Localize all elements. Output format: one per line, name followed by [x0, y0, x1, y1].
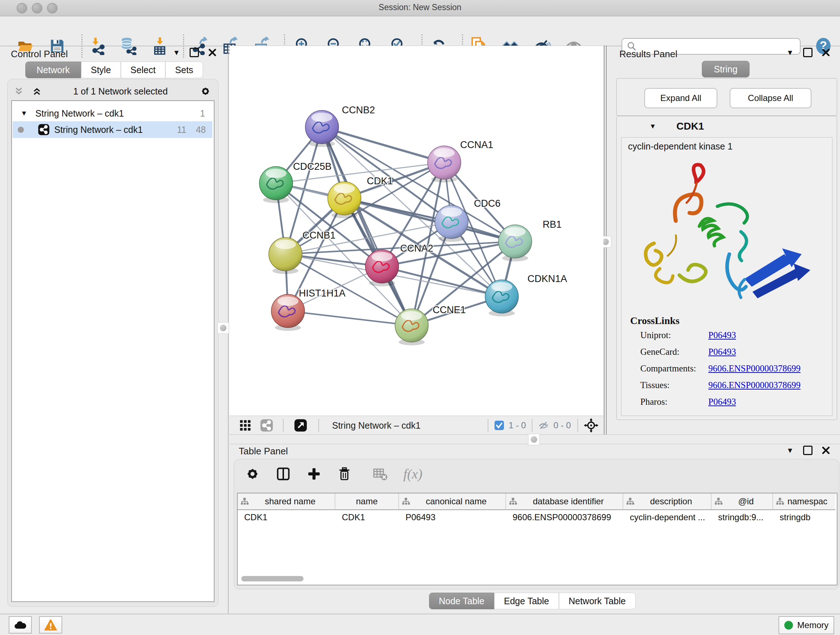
close-panel-icon[interactable]	[822, 447, 830, 454]
memory-status-button[interactable]: Memory	[778, 616, 834, 634]
collapse-all-chevron-icon[interactable]	[14, 87, 24, 96]
selected-checkbox-icon[interactable]	[494, 420, 504, 431]
selected-counts: 1 - 0	[508, 420, 526, 431]
shared-column-icon	[714, 497, 722, 505]
column-header-canonical-name[interactable]: canonical name	[399, 494, 506, 509]
collapse-entry-icon[interactable]: ▼	[649, 122, 656, 130]
shared-column-icon	[509, 497, 517, 505]
crosslink-label: Tissues:	[640, 380, 708, 390]
control-panel-tabs: Network Style Select Sets	[25, 62, 203, 78]
warnings-button[interactable]	[39, 616, 62, 633]
float-panel-icon[interactable]	[189, 48, 199, 57]
panel-menu-icon[interactable]: ▼	[786, 447, 794, 455]
network-node-label: CCNA2	[400, 243, 433, 254]
network-node-label: CDC6	[474, 198, 501, 209]
cell-description: cyclin-dependent ...	[623, 510, 712, 526]
float-panel-icon[interactable]	[803, 48, 813, 57]
tab-string[interactable]: String	[702, 61, 750, 78]
crosslink-link[interactable]: 9606.ENSP00000378699	[708, 363, 801, 374]
add-column-plus-icon[interactable]	[306, 466, 322, 481]
tab-style[interactable]: Style	[81, 62, 121, 78]
cell-database-identifier: 9606.ENSP00000378699	[506, 510, 623, 526]
table-header-row: shared name name canonical name database…	[238, 494, 835, 510]
cloud-icon	[13, 619, 27, 630]
crosslink-link[interactable]: P06493	[708, 397, 736, 407]
delete-column-trash-icon[interactable]	[337, 466, 352, 481]
network-node-label: RB1	[543, 219, 562, 230]
crosslink-link[interactable]: 9606.ENSP00000378699	[708, 380, 801, 390]
delete-table-icon	[372, 466, 388, 482]
memory-ok-dot-icon	[784, 621, 793, 630]
birds-eye-grid-icon[interactable]	[239, 419, 252, 432]
crosslink-label: Compartments:	[640, 363, 708, 374]
column-header-name[interactable]: name	[335, 494, 399, 509]
crosslink-label: Uniprot:	[640, 330, 708, 340]
network-options-gear-icon[interactable]	[199, 85, 212, 97]
expand-all-chevron-icon[interactable]	[32, 87, 42, 96]
tab-select[interactable]: Select	[121, 62, 165, 78]
tree-expander-icon[interactable]: ▼	[21, 109, 27, 117]
network-edge[interactable]	[288, 311, 412, 325]
results-panel: Results Panel ▼ String Expand All Collap…	[607, 46, 840, 434]
tab-node-table[interactable]: Node Table	[429, 593, 494, 609]
table-panel: Table Panel ▼	[229, 443, 840, 614]
panel-menu-icon[interactable]: ▼	[173, 49, 180, 57]
table-panel-title: Table Panel	[239, 446, 288, 457]
shared-column-icon	[776, 497, 784, 505]
float-panel-icon[interactable]	[803, 446, 813, 455]
left-splitter-handle[interactable]	[218, 322, 229, 334]
close-panel-icon[interactable]	[822, 49, 830, 57]
network-view-share-icon[interactable]	[260, 418, 273, 432]
detach-view-icon[interactable]	[294, 418, 308, 432]
network-node-label: HIST1H1A	[299, 288, 346, 299]
network-view-toolbar: String Network – cdk1 1 - 0 0 - 0	[229, 416, 603, 435]
horizontal-scrollbar[interactable]	[241, 576, 303, 581]
string-network-graph[interactable]: CCNB2CCNA1CDC25BCDK1CDC6RB1CCNB1CCNA2CDK…	[229, 46, 603, 416]
footer-separator	[532, 419, 532, 432]
crosslink-row: Pharos: P06493	[640, 397, 736, 407]
function-builder-icon: f(x)	[403, 466, 423, 482]
pan-crosshair-icon[interactable]	[584, 418, 598, 432]
cloud-status-button[interactable]	[9, 616, 32, 633]
crosslink-link[interactable]: P06493	[708, 330, 736, 340]
edge-count: 48	[196, 125, 206, 135]
main-toolbar: ?	[0, 16, 840, 46]
cdk1-header-row[interactable]: ▼ CDK1	[617, 116, 837, 136]
column-header-description[interactable]: description	[623, 494, 712, 509]
column-header-namespace[interactable]: namespac	[773, 494, 834, 509]
show-columns-icon[interactable]	[275, 466, 291, 482]
collection-count: 1	[200, 108, 205, 119]
collapse-all-button[interactable]: Collapse All	[729, 88, 812, 108]
shared-column-icon	[240, 497, 248, 505]
column-header-database-identifier[interactable]: database identifier	[506, 494, 623, 509]
gene-description: cyclin-dependent kinase 1	[628, 141, 733, 152]
results-buttons-box: Expand All Collapse All	[616, 78, 837, 116]
crosslink-row: Uniprot: P06493	[640, 330, 736, 340]
table-options-gear-icon[interactable]	[245, 466, 260, 481]
network-collection-row[interactable]: ▼ String Network – cdk1 1	[13, 105, 212, 121]
column-header-id[interactable]: @id	[712, 494, 773, 509]
crosslink-label: GeneCard:	[640, 347, 708, 357]
tab-edge-table[interactable]: Edge Table	[494, 593, 559, 609]
network-view-title: String Network – cdk1	[332, 420, 421, 431]
network-row[interactable]: String Network – cdk1 11 48	[13, 121, 212, 138]
panel-menu-icon[interactable]: ▼	[786, 49, 794, 57]
tab-network[interactable]: Network	[25, 62, 81, 78]
footer-separator	[577, 419, 578, 432]
close-panel-icon[interactable]	[208, 49, 216, 57]
network-node-label: CDC25B	[293, 161, 332, 172]
shared-column-icon	[626, 497, 634, 505]
results-panel-title: Results Panel	[619, 49, 677, 60]
network-list: ▼ String Network – cdk1 1 String Network…	[11, 100, 215, 602]
network-canvas[interactable]: CCNB2CCNA1CDC25BCDK1CDC6RB1CCNB1CCNA2CDK…	[229, 46, 603, 416]
crosslink-row: Compartments: 9606.ENSP00000378699	[640, 363, 801, 374]
node-table: shared name name canonical name database…	[237, 493, 837, 585]
expand-all-button[interactable]: Expand All	[644, 88, 717, 108]
tab-sets[interactable]: Sets	[165, 62, 203, 78]
cell-shared-name: CDK1	[238, 510, 335, 526]
tab-network-table[interactable]: Network Table	[559, 593, 636, 609]
table-row[interactable]: CDK1 CDK1 P06493 9606.ENSP00000378699 cy…	[238, 510, 835, 526]
cytoscape-window: Session: New Session	[0, 0, 840, 635]
crosslink-link[interactable]: P06493	[708, 347, 736, 357]
column-header-shared-name[interactable]: shared name	[238, 494, 335, 509]
